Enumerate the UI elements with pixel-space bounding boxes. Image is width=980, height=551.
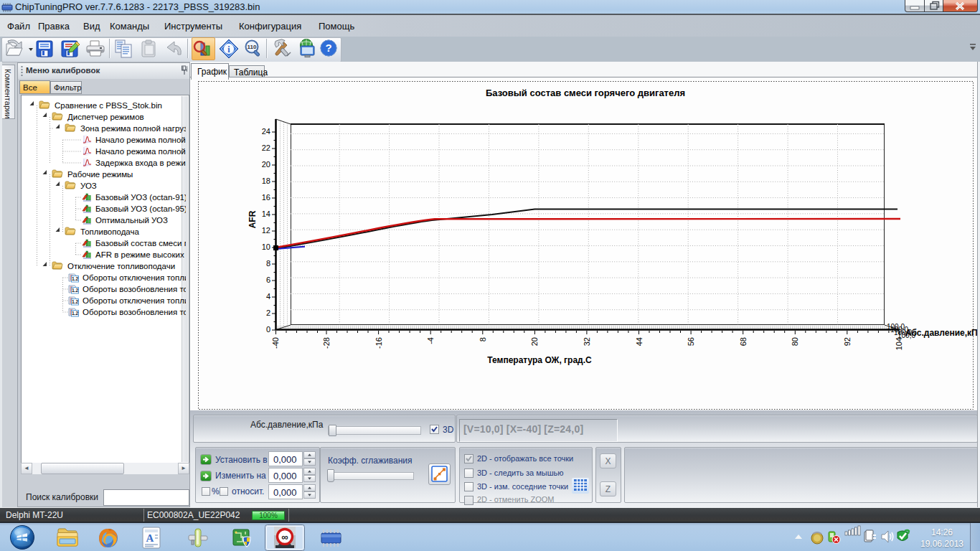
- svg-text:Обороты отключения топли: Обороты отключения топли: [83, 273, 186, 282]
- svg-text:68: 68: [739, 337, 748, 346]
- svg-text:18: 18: [262, 176, 270, 185]
- svg-text:92: 92: [843, 337, 852, 346]
- svg-text:A: A: [146, 532, 154, 544]
- svg-text:6: 6: [266, 276, 270, 284]
- svg-text:0: 0: [266, 325, 270, 334]
- svg-text:Базовый УОЗ (octan-91): Базовый УОЗ (octan-91): [95, 193, 186, 202]
- svg-text:Базовый состав смеси го: Базовый состав смеси го: [95, 239, 186, 248]
- svg-text:Сравнение с PBSS_Stok.bin: Сравнение с PBSS_Stok.bin: [55, 101, 162, 110]
- svg-text:14: 14: [262, 209, 270, 218]
- svg-text:56: 56: [687, 337, 695, 346]
- svg-text:24: 24: [262, 127, 270, 136]
- svg-text:?: ?: [325, 42, 331, 54]
- svg-text:AFR в режиме высоких н: AFR в режиме высоких н: [95, 250, 186, 259]
- svg-text:44: 44: [635, 337, 644, 346]
- svg-text:80: 80: [791, 337, 799, 346]
- svg-text:-4: -4: [426, 337, 435, 344]
- svg-text:Оптимальный УОЗ: Оптимальный УОЗ: [95, 216, 168, 225]
- svg-text:Обороты возобновления тог: Обороты возобновления тог: [83, 308, 186, 316]
- svg-text:AFR: AFR: [248, 210, 258, 228]
- svg-text:20: 20: [530, 337, 539, 346]
- svg-text:Базовый УОЗ (octan-95): Базовый УОЗ (octan-95): [95, 204, 186, 213]
- svg-text:Начало режима полной н: Начало режима полной н: [95, 147, 186, 156]
- svg-text:∞: ∞: [281, 532, 288, 542]
- svg-text:Зона режима полной нагрузк: Зона режима полной нагрузк: [80, 124, 186, 133]
- svg-text:-40: -40: [271, 337, 280, 349]
- svg-text:2: 2: [266, 309, 270, 317]
- svg-text:4: 4: [266, 292, 270, 301]
- svg-text:110: 110: [248, 44, 257, 50]
- svg-text:Задержка входа в режим: Задержка входа в режим: [95, 159, 186, 167]
- svg-text:-16: -16: [374, 337, 383, 349]
- svg-text:Отключение топливоподачи: Отключение топливоподачи: [67, 262, 175, 270]
- svg-text:УОЗ: УОЗ: [80, 182, 97, 190]
- svg-text:22: 22: [262, 143, 270, 152]
- svg-text:8: 8: [266, 259, 270, 268]
- svg-text:Диспетчер режимов: Диспетчер режимов: [67, 113, 144, 121]
- svg-text:Температура ОЖ, град.С: Температура ОЖ, град.С: [487, 355, 592, 365]
- svg-text:Обороты отключения топли: Обороты отключения топли: [83, 296, 186, 305]
- svg-text:Начало режима полной н: Начало режима полной н: [95, 136, 186, 144]
- svg-text:Абс.давление,кПа: Абс.давление,кПа: [905, 328, 980, 338]
- svg-text:-28: -28: [322, 337, 331, 349]
- svg-text:8: 8: [479, 337, 487, 342]
- svg-text:20: 20: [262, 160, 270, 169]
- svg-text:Обороты возобновления тог: Обороты возобновления тог: [83, 285, 186, 293]
- svg-text:10: 10: [262, 242, 270, 251]
- svg-text:12: 12: [262, 226, 270, 235]
- svg-text:32: 32: [583, 337, 591, 346]
- svg-text:Базовый состав смеси горячего: Базовый состав смеси горячего двигателя: [486, 88, 685, 98]
- svg-text:Топливоподача: Топливоподача: [80, 227, 139, 236]
- svg-text:16: 16: [262, 193, 270, 202]
- svg-text:Рабочие режимы: Рабочие режимы: [67, 170, 133, 179]
